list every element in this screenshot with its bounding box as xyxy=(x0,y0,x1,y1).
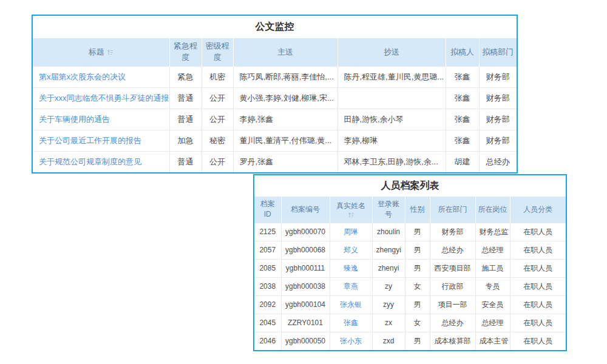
person-name-link[interactable]: 章燕 xyxy=(344,282,358,291)
col-header-main-send: 主送 xyxy=(233,38,337,67)
doc-header-row: 标题 紧急程度 密级程度 主送 抄送 拟稿人 拟稿部门 xyxy=(33,38,517,67)
cell-gender: 女 xyxy=(405,277,430,295)
cell-gender: 男 xyxy=(405,332,430,350)
cell-real-name: 张永银 xyxy=(330,295,372,314)
cell-cc xyxy=(337,88,446,109)
person-name-link[interactable]: 臻逸 xyxy=(344,264,358,272)
cell-secrecy: 秘密 xyxy=(202,130,233,152)
col-header-label: 标题 xyxy=(89,47,104,58)
cell-department: 项目一部 xyxy=(430,295,475,314)
cell-drafter: 张鑫 xyxy=(446,130,479,152)
cell-archive-id: 2045 xyxy=(254,314,281,332)
cell-title: 关于公司最近工作开展的报告 xyxy=(33,130,169,152)
col-header-secrecy: 密级程度 xyxy=(202,38,233,67)
sort-amount-icon xyxy=(348,212,354,218)
cell-real-name: 张小东 xyxy=(330,332,372,350)
cell-real-name: 章燕 xyxy=(330,277,372,295)
cell-draft-dept: 财务部 xyxy=(479,109,517,130)
table-row: 2045 ZZRY0101 张鑫 zx 女 总经办 总经理 在职人员 xyxy=(254,314,566,332)
cell-archive-code: ygbh000038 xyxy=(281,277,330,295)
cell-login-account: zy xyxy=(372,277,405,295)
col-header-login-account: 登录账号 xyxy=(372,197,405,223)
personnel-archive-panel: 人员档案列表 档案ID 档案编号 真实姓名 xyxy=(253,174,567,351)
col-header-real-name[interactable]: 真实姓名 xyxy=(330,197,372,223)
cell-gender: 女 xyxy=(405,314,430,332)
cell-real-name: 臻逸 xyxy=(330,259,372,277)
cell-drafter: 张鑫 xyxy=(446,67,479,88)
table-row: 2046 ygbh000050 张小东 zxd 男 成本核算部 成本主管 在职人… xyxy=(254,332,566,350)
col-header-drafter: 拟稿人 xyxy=(446,38,479,67)
cell-category: 在职人员 xyxy=(510,314,566,332)
cell-department: 财务部 xyxy=(430,223,475,241)
cell-department: 成本核算部 xyxy=(430,332,475,350)
cell-secrecy: 公开 xyxy=(202,88,233,109)
cell-gender: 男 xyxy=(405,295,430,314)
cell-real-name: 郑义 xyxy=(330,241,372,259)
cell-secrecy: 公开 xyxy=(202,152,233,173)
cell-draft-dept: 财务部 xyxy=(479,67,517,88)
cell-archive-id: 2125 xyxy=(254,223,281,241)
doc-title-link[interactable]: 关于公司最近工作开展的报告 xyxy=(39,136,141,145)
person-name-link[interactable]: 张永银 xyxy=(340,300,362,309)
cell-login-account: zxd xyxy=(372,332,405,350)
cell-secrecy: 公开 xyxy=(202,109,233,130)
cell-drafter: 张鑫 xyxy=(446,109,479,130)
table-row: 2038 ygbh000038 章燕 zy 女 行政部 专员 在职人员 xyxy=(254,277,566,295)
personnel-table: 档案ID 档案编号 真实姓名 登录账号 性别 所在部 xyxy=(254,197,566,350)
cell-post: 专员 xyxy=(475,277,510,295)
person-name-link[interactable]: 张鑫 xyxy=(344,318,358,327)
cell-drafter: 胡建 xyxy=(446,152,479,173)
doc-title-link[interactable]: 关于xxx同志临危不惧勇斗歹徒的通报 xyxy=(39,93,169,103)
cell-cc: 陈丹,程亚雄,董川民,黄思璐... xyxy=(337,67,446,88)
cell-archive-id: 2057 xyxy=(254,241,281,259)
cell-urgency: 紧急 xyxy=(169,67,202,88)
cell-post: 财务总监 xyxy=(475,223,510,241)
table-row: 关于公司最近工作开展的报告 加急 秘密 董川民,董清平,付伟璐,黄... 李婷,… xyxy=(33,130,517,152)
cell-archive-code: ZZRY0101 xyxy=(281,314,330,332)
cell-main-send: 董川民,董清平,付伟璐,黄... xyxy=(233,130,337,152)
col-header-archive-id: 档案ID xyxy=(254,197,281,223)
cell-title: 关于规范公司规章制度的意见 xyxy=(33,152,169,173)
sort-amount-icon xyxy=(107,49,114,56)
col-header-archive-code: 档案编号 xyxy=(281,197,330,223)
cell-main-send: 黄小强,李婷,刘健,柳琳,宋... xyxy=(233,88,337,109)
cell-post: 总经理 xyxy=(475,241,510,259)
cell-post: 成本主管 xyxy=(475,332,510,350)
table-row: 2125 ygbh000070 周琳 zhoulin 男 财务部 财务总监 在职… xyxy=(254,223,566,241)
doc-title-link[interactable]: 关于车辆使用的通告 xyxy=(39,115,110,124)
cell-post: 施工员 xyxy=(475,259,510,277)
col-header-post: 所在岗位 xyxy=(475,197,510,223)
cell-gender: 男 xyxy=(405,241,430,259)
doc-title-link[interactable]: 第x届第x次股东会的决议 xyxy=(39,72,126,81)
cell-category: 在职人员 xyxy=(510,332,566,350)
cell-cc: 李婷,柳琳 xyxy=(337,130,446,152)
cell-main-send: 罗丹,张鑫 xyxy=(233,152,337,173)
personnel-archive-title: 人员档案列表 xyxy=(254,175,566,197)
cell-archive-code: ygbh000050 xyxy=(281,332,330,350)
person-name-link[interactable]: 周琳 xyxy=(344,228,358,236)
col-header-doc-title[interactable]: 标题 xyxy=(33,38,169,67)
cell-gender: 男 xyxy=(405,223,430,241)
cell-post: 安全员 xyxy=(475,295,510,314)
cell-secrecy: 机密 xyxy=(202,67,233,88)
doc-title-link[interactable]: 关于规范公司规章制度的意见 xyxy=(39,157,141,166)
cell-urgency: 普通 xyxy=(169,152,202,173)
cell-title: 关于xxx同志临危不惧勇斗歹徒的通报 xyxy=(33,88,169,109)
person-name-link[interactable]: 郑义 xyxy=(344,246,358,254)
col-header-gender: 性别 xyxy=(405,197,430,223)
cell-title: 关于车辆使用的通告 xyxy=(33,109,169,130)
table-row: 关于车辆使用的通告 普通 公开 李婷,张鑫 田静,游恢,余小琴 张鑫 财务部 xyxy=(33,109,517,130)
cell-draft-dept: 财务部 xyxy=(479,88,517,109)
cell-department: 总经办 xyxy=(430,314,475,332)
person-name-link[interactable]: 张小东 xyxy=(340,337,362,345)
table-row: 2085 ygbh000111 臻逸 zhenyi 男 西安项目部 施工员 在职… xyxy=(254,259,566,277)
table-row: 2057 ygbh000068 郑义 zhengyi 男 总经办 总经理 在职人… xyxy=(254,241,566,259)
cell-cc: 邓林,李卫东,田静,游恢,余... xyxy=(337,152,446,173)
cell-archive-code: ygbh000070 xyxy=(281,223,330,241)
col-header-label: 真实姓名 xyxy=(336,201,365,211)
cell-login-account: zhoulin xyxy=(372,223,405,241)
cell-urgency: 普通 xyxy=(169,88,202,109)
col-header-department: 所在部门 xyxy=(430,197,475,223)
cell-login-account: zyy xyxy=(372,295,405,314)
doc-monitor-title: 公文监控 xyxy=(33,16,517,38)
